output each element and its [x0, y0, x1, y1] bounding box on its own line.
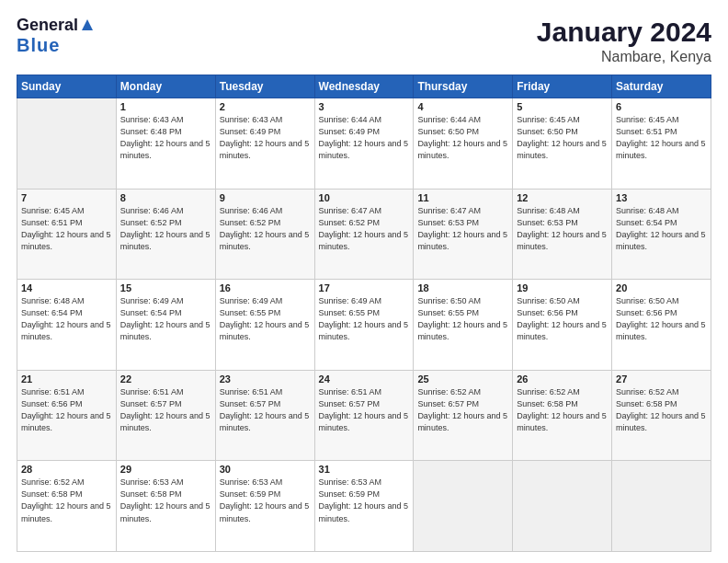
day-number: 29 [120, 464, 211, 475]
logo: General Blue [17, 17, 94, 55]
day-info: Sunrise: 6:47 AMSunset: 6:53 PMDaylight:… [417, 205, 508, 253]
calendar-cell: 7Sunrise: 6:45 AMSunset: 6:51 PMDaylight… [17, 189, 117, 280]
day-info: Sunrise: 6:44 AMSunset: 6:50 PMDaylight:… [417, 114, 508, 162]
weekday-header-wednesday: Wednesday [314, 75, 414, 98]
calendar-cell [17, 98, 117, 190]
calendar-cell: 30Sunrise: 6:53 AMSunset: 6:59 PMDayligh… [215, 461, 314, 552]
calendar-cell: 19Sunrise: 6:50 AMSunset: 6:56 PMDayligh… [513, 280, 612, 371]
main-title: January 2024 [537, 17, 711, 47]
day-info: Sunrise: 6:51 AMSunset: 6:56 PMDaylight:… [21, 386, 112, 434]
calendar-cell: 9Sunrise: 6:46 AMSunset: 6:52 PMDaylight… [215, 189, 314, 280]
weekday-header-friday: Friday [513, 75, 612, 98]
logo-blue: Blue [17, 35, 60, 55]
day-info: Sunrise: 6:48 AMSunset: 6:53 PMDaylight:… [517, 205, 608, 253]
day-number: 27 [616, 373, 707, 385]
day-info: Sunrise: 6:52 AMSunset: 6:58 PMDaylight:… [616, 386, 707, 434]
day-number: 17 [319, 282, 410, 293]
weekday-header-monday: Monday [116, 75, 215, 98]
calendar-week-row: 1Sunrise: 6:43 AMSunset: 6:48 PMDaylight… [17, 98, 711, 190]
day-info: Sunrise: 6:45 AMSunset: 6:50 PMDaylight:… [517, 114, 608, 162]
calendar-header-row: SundayMondayTuesdayWednesdayThursdayFrid… [17, 75, 711, 98]
day-info: Sunrise: 6:48 AMSunset: 6:54 PMDaylight:… [616, 205, 707, 253]
day-info: Sunrise: 6:49 AMSunset: 6:54 PMDaylight:… [120, 295, 211, 343]
day-number: 4 [417, 101, 508, 112]
page: General Blue January 2024 Nambare, Kenya… [0, 0, 728, 563]
day-info: Sunrise: 6:49 AMSunset: 6:55 PMDaylight:… [319, 295, 410, 343]
subtitle: Nambare, Kenya [537, 49, 711, 65]
day-info: Sunrise: 6:48 AMSunset: 6:54 PMDaylight:… [21, 295, 112, 343]
calendar-week-row: 7Sunrise: 6:45 AMSunset: 6:51 PMDaylight… [17, 189, 711, 280]
day-number: 20 [616, 282, 707, 293]
calendar-cell: 15Sunrise: 6:49 AMSunset: 6:54 PMDayligh… [116, 280, 215, 371]
day-info: Sunrise: 6:43 AMSunset: 6:49 PMDaylight:… [220, 114, 311, 162]
calendar-cell: 31Sunrise: 6:53 AMSunset: 6:59 PMDayligh… [314, 461, 414, 552]
calendar-week-row: 14Sunrise: 6:48 AMSunset: 6:54 PMDayligh… [17, 280, 711, 371]
calendar-cell: 4Sunrise: 6:44 AMSunset: 6:50 PMDaylight… [414, 98, 513, 190]
calendar-cell: 13Sunrise: 6:48 AMSunset: 6:54 PMDayligh… [612, 189, 711, 280]
day-number: 10 [319, 192, 410, 203]
calendar-cell: 24Sunrise: 6:51 AMSunset: 6:57 PMDayligh… [314, 370, 414, 461]
day-number: 8 [120, 192, 211, 203]
day-number: 7 [21, 192, 112, 203]
calendar-cell: 5Sunrise: 6:45 AMSunset: 6:50 PMDaylight… [513, 98, 612, 190]
day-number: 5 [517, 101, 608, 112]
title-block: January 2024 Nambare, Kenya [537, 17, 711, 65]
calendar-cell: 11Sunrise: 6:47 AMSunset: 6:53 PMDayligh… [414, 189, 513, 280]
day-info: Sunrise: 6:46 AMSunset: 6:52 PMDaylight:… [120, 205, 211, 253]
day-number: 25 [417, 373, 508, 385]
day-info: Sunrise: 6:45 AMSunset: 6:51 PMDaylight:… [21, 205, 112, 253]
day-number: 16 [220, 282, 311, 293]
day-info: Sunrise: 6:53 AMSunset: 6:59 PMDaylight:… [319, 477, 410, 524]
day-number: 1 [120, 101, 211, 112]
weekday-header-saturday: Saturday [612, 75, 711, 98]
day-info: Sunrise: 6:53 AMSunset: 6:58 PMDaylight:… [120, 477, 211, 524]
calendar-table: SundayMondayTuesdayWednesdayThursdayFrid… [17, 75, 711, 552]
calendar-cell: 28Sunrise: 6:52 AMSunset: 6:58 PMDayligh… [17, 461, 117, 552]
day-number: 3 [319, 101, 410, 112]
calendar-cell: 26Sunrise: 6:52 AMSunset: 6:58 PMDayligh… [513, 370, 612, 461]
weekday-header-sunday: Sunday [17, 75, 117, 98]
calendar-cell: 22Sunrise: 6:51 AMSunset: 6:57 PMDayligh… [116, 370, 215, 461]
day-info: Sunrise: 6:52 AMSunset: 6:57 PMDaylight:… [417, 386, 508, 434]
calendar-cell: 1Sunrise: 6:43 AMSunset: 6:48 PMDaylight… [116, 98, 215, 190]
day-info: Sunrise: 6:51 AMSunset: 6:57 PMDaylight:… [220, 386, 311, 434]
day-number: 15 [120, 282, 211, 293]
calendar-cell [612, 461, 711, 552]
day-number: 30 [220, 464, 311, 475]
calendar-cell: 2Sunrise: 6:43 AMSunset: 6:49 PMDaylight… [215, 98, 314, 190]
calendar-cell: 17Sunrise: 6:49 AMSunset: 6:55 PMDayligh… [314, 280, 414, 371]
day-info: Sunrise: 6:50 AMSunset: 6:56 PMDaylight:… [517, 295, 608, 343]
day-info: Sunrise: 6:52 AMSunset: 6:58 PMDaylight:… [21, 477, 112, 524]
calendar-cell: 23Sunrise: 6:51 AMSunset: 6:57 PMDayligh… [215, 370, 314, 461]
calendar-cell: 27Sunrise: 6:52 AMSunset: 6:58 PMDayligh… [612, 370, 711, 461]
calendar-cell: 18Sunrise: 6:50 AMSunset: 6:55 PMDayligh… [414, 280, 513, 371]
calendar-cell: 21Sunrise: 6:51 AMSunset: 6:56 PMDayligh… [17, 370, 117, 461]
day-info: Sunrise: 6:49 AMSunset: 6:55 PMDaylight:… [220, 295, 311, 343]
calendar-week-row: 21Sunrise: 6:51 AMSunset: 6:56 PMDayligh… [17, 370, 711, 461]
day-number: 28 [21, 464, 112, 475]
calendar-cell: 12Sunrise: 6:48 AMSunset: 6:53 PMDayligh… [513, 189, 612, 280]
day-info: Sunrise: 6:47 AMSunset: 6:52 PMDaylight:… [319, 205, 410, 253]
calendar-cell: 14Sunrise: 6:48 AMSunset: 6:54 PMDayligh… [17, 280, 117, 371]
svg-marker-0 [82, 19, 93, 30]
day-info: Sunrise: 6:46 AMSunset: 6:52 PMDaylight:… [220, 205, 311, 253]
calendar-cell: 6Sunrise: 6:45 AMSunset: 6:51 PMDaylight… [612, 98, 711, 190]
day-info: Sunrise: 6:50 AMSunset: 6:56 PMDaylight:… [616, 295, 707, 343]
day-info: Sunrise: 6:43 AMSunset: 6:48 PMDaylight:… [120, 114, 211, 162]
calendar-cell: 20Sunrise: 6:50 AMSunset: 6:56 PMDayligh… [612, 280, 711, 371]
weekday-header-tuesday: Tuesday [215, 75, 314, 98]
day-number: 11 [417, 192, 508, 203]
calendar-cell: 25Sunrise: 6:52 AMSunset: 6:57 PMDayligh… [414, 370, 513, 461]
day-number: 2 [220, 101, 311, 112]
day-number: 23 [220, 373, 311, 385]
day-info: Sunrise: 6:53 AMSunset: 6:59 PMDaylight:… [220, 477, 311, 524]
calendar-cell: 3Sunrise: 6:44 AMSunset: 6:49 PMDaylight… [314, 98, 414, 190]
calendar-cell [414, 461, 513, 552]
day-info: Sunrise: 6:44 AMSunset: 6:49 PMDaylight:… [319, 114, 410, 162]
logo-triangle-icon [81, 18, 94, 35]
logo-general: General [17, 17, 78, 35]
day-number: 13 [616, 192, 707, 203]
calendar-cell: 10Sunrise: 6:47 AMSunset: 6:52 PMDayligh… [314, 189, 414, 280]
day-info: Sunrise: 6:51 AMSunset: 6:57 PMDaylight:… [319, 386, 410, 434]
calendar-cell [513, 461, 612, 552]
